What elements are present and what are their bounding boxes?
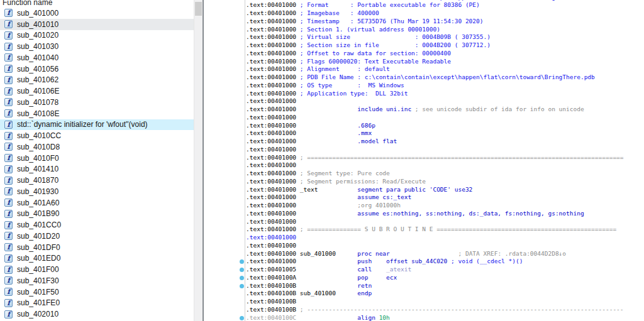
- instruction-dot-icon: [240, 316, 244, 320]
- disasm-line[interactable]: .text:00401000 ; Segment permissions: Re…: [204, 178, 644, 186]
- disasm-line[interactable]: .text:00401000 sub_401000 proc near ; DA…: [204, 250, 644, 258]
- function-list-item[interactable]: fsub_401870: [0, 175, 194, 186]
- disasm-line[interactable]: .text:00401000 .model flat: [204, 138, 644, 146]
- function-icon: f: [4, 132, 13, 140]
- disasm-line[interactable]: .text:00401000: [204, 234, 644, 242]
- disasm-line[interactable]: .text:00401000: [204, 97, 644, 106]
- function-list-item[interactable]: fsub_401D20: [0, 231, 194, 242]
- function-list-item[interactable]: fsub_402010: [0, 308, 194, 320]
- disasm-line-text: .text:00401000 ;org 401000h: [204, 202, 644, 210]
- function-list-item[interactable]: fsub_401410: [0, 164, 194, 175]
- disasm-line[interactable]: .text:00401000 .mmx: [204, 129, 644, 138]
- disasm-line[interactable]: .text:00401000 .686p: [204, 122, 644, 130]
- function-list-item[interactable]: fsub_401DF0: [0, 242, 194, 253]
- disasm-line[interactable]: .text:00401000 _text segment para public…: [204, 186, 644, 194]
- disasm-line[interactable]: .text:00401000: [204, 161, 644, 170]
- disasm-line[interactable]: .text:00401000 ; Offset to raw data for …: [204, 50, 644, 58]
- disassembly-listing: .text:00401000 ; File Name : c:\contain\…: [204, 0, 644, 321]
- function-list-item[interactable]: fsub_401A60: [0, 197, 194, 209]
- function-name-label: sub_401DF0: [17, 243, 60, 252]
- disasm-line[interactable]: .text:0040100C align 10h: [204, 314, 644, 321]
- function-list-item[interactable]: fsub_401062: [0, 75, 194, 86]
- function-list-item[interactable]: fsub_4010D8: [0, 141, 194, 153]
- function-list-item[interactable]: fstd::`dynamic initializer for 'wfout''(…: [0, 119, 194, 131]
- function-list-item[interactable]: fsub_401078: [0, 97, 194, 108]
- function-list-item[interactable]: fsub_4010F0: [0, 153, 194, 164]
- disasm-line[interactable]: .text:00401000 assume cs:_text: [204, 193, 644, 202]
- disasm-line-text: .text:00401000 ; =============== S U B R…: [204, 226, 644, 234]
- disasm-line-text: .text:00401000 ; PDB File Name : c:\cont…: [204, 73, 644, 82]
- disasm-line-text: .text:00401000 ; =======================…: [204, 154, 644, 162]
- disasm-line[interactable]: .text:00401000 ; OS type : MS Windows: [204, 82, 644, 90]
- disasm-line-text: .text:00401000: [204, 114, 644, 122]
- function-list-item[interactable]: fsub_401FE0: [0, 298, 194, 309]
- function-list-item[interactable]: fsub_401F30: [0, 275, 194, 286]
- disasm-line[interactable]: .text:00401000 ; Flags 60000020: Text Ex…: [204, 58, 644, 66]
- disasm-line[interactable]: .text:00401000 include uni.inc ; see uni…: [204, 106, 644, 114]
- function-list-item[interactable]: fsub_40108E: [0, 108, 194, 119]
- function-icon: f: [4, 288, 13, 296]
- disasm-line[interactable]: .text:00401000 assume es:nothing, ss:not…: [204, 210, 644, 218]
- disasm-line[interactable]: .text:0040100B: [204, 298, 644, 306]
- instruction-dot-icon: [240, 284, 244, 288]
- function-icon: f: [4, 187, 13, 195]
- function-list-item[interactable]: fsub_401010: [0, 19, 194, 30]
- disasm-line-text: .text:00401000 assume es:nothing, ss:not…: [204, 210, 644, 218]
- disasm-line[interactable]: .text:00401000 ; Format : Portable execu…: [204, 1, 644, 9]
- function-name-label: sub_401F00: [17, 265, 59, 274]
- disasm-line[interactable]: .text:00401000 ; Virtual size : 0004B09B…: [204, 33, 644, 41]
- disasm-line[interactable]: .text:00401000: [204, 218, 644, 226]
- function-icon: f: [4, 154, 13, 162]
- functions-scrollbar[interactable]: [194, 0, 203, 321]
- function-icon: f: [4, 76, 13, 84]
- disasm-line-text: .text:00401000 ; Segment type: Pure code: [204, 170, 644, 178]
- function-list-item[interactable]: fsub_4010CC: [0, 130, 194, 141]
- function-name-label: sub_401CC0: [17, 220, 61, 229]
- functions-panel: Function name fsub_401000fsub_401010fsub…: [0, 0, 203, 321]
- functions-scrollbar-thumb[interactable]: [195, 2, 202, 16]
- function-list-item[interactable]: fsub_401F00: [0, 264, 194, 275]
- disasm-line[interactable]: .text:00401000 ; =============== S U B R…: [204, 226, 644, 234]
- disasm-line-text: .text:00401000 ; Section 1. (virtual add…: [204, 26, 644, 34]
- disasm-line[interactable]: .text:00401000 ; Segment type: Pure code: [204, 170, 644, 178]
- function-list-item[interactable]: fsub_401ED0: [0, 253, 194, 264]
- disasm-line[interactable]: .text:00401000 ; Application type: DLL 3…: [204, 90, 644, 98]
- function-list-item[interactable]: fsub_401F50: [0, 286, 194, 298]
- disasm-line[interactable]: .text:00401000 ; PDB File Name : c:\cont…: [204, 73, 644, 82]
- disasm-line[interactable]: .text:00401000 ; =======================…: [204, 154, 644, 162]
- function-icon: f: [4, 254, 13, 263]
- disasm-line[interactable]: .text:00401000: [204, 114, 644, 122]
- disasm-line[interactable]: .text:0040100B ; -----------------------…: [204, 306, 644, 314]
- disasm-line[interactable]: .text:00401000 ; Alignment : default: [204, 65, 644, 73]
- function-list-item[interactable]: fsub_401930: [0, 186, 194, 197]
- function-list-item[interactable]: fsub_401CC0: [0, 219, 194, 231]
- function-icon: f: [4, 20, 13, 28]
- disasm-line[interactable]: .text:00401000 ; Timestamp : 5E735D76 (T…: [204, 18, 644, 26]
- instruction-dot-icon: [240, 268, 244, 272]
- disasm-line[interactable]: .text:00401000 ; Section 1. (virtual add…: [204, 26, 644, 34]
- disasm-line[interactable]: .text:00401005 call _atexit: [204, 266, 644, 274]
- disasm-line-text: .text:00401000 .686p: [204, 122, 644, 130]
- disasm-line[interactable]: .text:00401000 push offset sub_44C020 ; …: [204, 258, 644, 266]
- disasm-line[interactable]: .text:0040100B retn: [204, 282, 644, 290]
- function-icon: f: [4, 165, 13, 173]
- function-name-label: sub_401410: [17, 165, 58, 173]
- disasm-line[interactable]: .text:00401000: [204, 146, 644, 154]
- disasm-line[interactable]: .text:0040100A pop ecx: [204, 274, 644, 282]
- function-list-item[interactable]: fsub_401040: [0, 52, 194, 63]
- disasm-line-text: .text:00401000 include uni.inc ; see uni…: [204, 106, 644, 114]
- disasm-line[interactable]: .text:00401000 ;org 401000h: [204, 202, 644, 210]
- function-list-item[interactable]: fsub_401056: [0, 63, 194, 75]
- function-list-item[interactable]: fsub_401B90: [0, 209, 194, 220]
- function-list-item[interactable]: fsub_40106E: [0, 85, 194, 97]
- disasm-line[interactable]: .text:00401000: [204, 242, 644, 250]
- disasm-line[interactable]: .text:00401000 ; Imagebase : 400000: [204, 9, 644, 18]
- function-list-item[interactable]: fsub_401030: [0, 41, 194, 52]
- function-list-item[interactable]: fsub_401000: [0, 8, 194, 19]
- disasm-line[interactable]: .text:00401000 ; Section size in file : …: [204, 41, 644, 50]
- disasm-line-text: .text:00401000: [204, 218, 644, 226]
- function-name-column-header[interactable]: Function name: [3, 0, 52, 7]
- function-list-item[interactable]: fsub_401020: [0, 30, 194, 41]
- function-name-label: sub_401000: [17, 9, 58, 18]
- disasm-line[interactable]: .text:0040100B sub_401000 endp: [204, 290, 644, 298]
